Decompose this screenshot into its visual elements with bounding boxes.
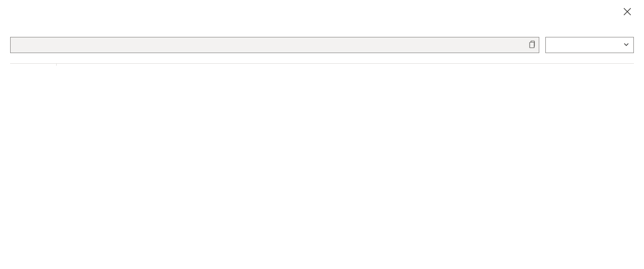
copy-icon[interactable] bbox=[528, 40, 536, 50]
api-version-select[interactable] bbox=[545, 37, 634, 53]
json-editor[interactable] bbox=[10, 63, 634, 66]
close-button[interactable] bbox=[621, 5, 634, 20]
svg-rect-0 bbox=[530, 42, 534, 48]
chevron-down-icon bbox=[623, 41, 629, 49]
resource-id-input[interactable] bbox=[10, 37, 539, 53]
